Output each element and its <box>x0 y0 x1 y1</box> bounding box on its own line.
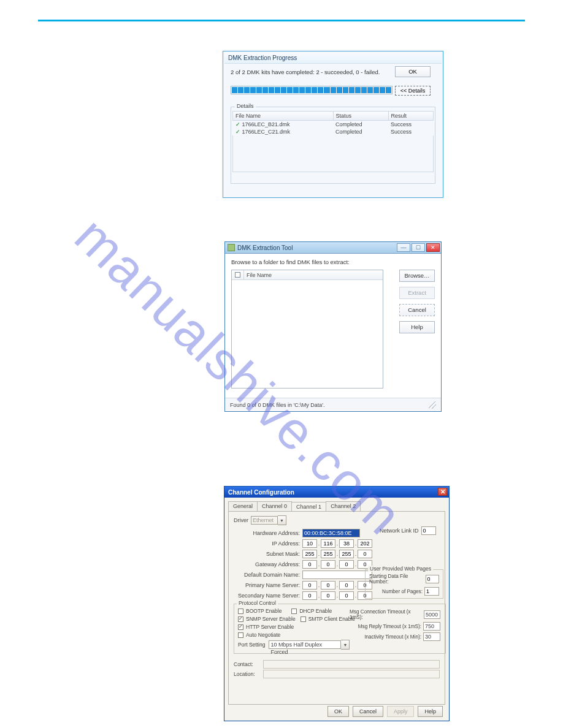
ip-octet[interactable]: 10 <box>302 539 317 548</box>
cancel-button[interactable]: Cancel <box>399 304 435 316</box>
browse-button[interactable]: Browse… <box>399 270 435 282</box>
bootp-checkbox[interactable] <box>238 609 243 614</box>
auto-negotiate-label: Auto Negotiate <box>246 632 280 638</box>
browse-prompt: Browse to a folder to find DMK files to … <box>231 259 435 265</box>
check-icon: ✓ <box>236 129 240 135</box>
col-result: Result <box>388 112 433 121</box>
domain-field[interactable] <box>302 571 372 579</box>
ip-octet[interactable]: 255 <box>321 550 335 558</box>
dhcp-checkbox[interactable] <box>291 609 297 614</box>
msgconn-label: Msg Connection Timeout (x 1mS): <box>350 609 422 620</box>
help-button[interactable]: Help <box>399 321 435 333</box>
ip-octet[interactable]: 0 <box>321 591 335 600</box>
tab-channel-0[interactable]: Channel 0 <box>257 501 292 511</box>
hw-address-label: Hardware Address: <box>234 530 300 536</box>
dmk-tool-titlebar: DMK Extraction Tool — ☐ ✕ <box>225 242 441 254</box>
cell-result: Success <box>388 128 433 135</box>
cell-filename: 1766LEC_B21.dmk <box>242 121 290 127</box>
extract-button[interactable]: Extract <box>399 287 435 299</box>
ok-button[interactable]: OK <box>395 66 431 77</box>
table-row: ✓1766LEC_C21.dmk Completed Success <box>233 128 434 135</box>
location-field[interactable] <box>263 670 440 678</box>
tab-general[interactable]: General <box>228 501 258 511</box>
snmp-server-label: SNMP Server Enable <box>246 616 296 622</box>
inact-label: Inactivity Timeout (x Min): <box>364 634 421 640</box>
contact-field[interactable] <box>263 660 440 669</box>
startfile-field[interactable]: 0 <box>426 575 439 583</box>
user-pages-legend: User Provided Web Pages <box>368 566 433 572</box>
smtp-client-checkbox[interactable] <box>301 616 306 622</box>
close-button[interactable]: ✕ <box>438 488 447 496</box>
details-table: File Name Status Result ✓1766LEC_B21.dmk… <box>232 111 434 135</box>
channel-config-dialog: Channel Configuration ✕ General Channel … <box>224 486 450 721</box>
dmk-progress-message: 2 of 2 DMK kits have completed: 2 - succ… <box>231 69 380 75</box>
auto-negotiate-checkbox[interactable] <box>238 632 243 638</box>
table-row: ✓1766LEC_B21.dmk Completed Success <box>233 121 434 129</box>
ip-octet[interactable]: 0 <box>358 550 372 558</box>
ip-octet[interactable]: 0 <box>339 560 354 569</box>
netlink-field[interactable]: 0 <box>421 526 436 535</box>
ip-octet[interactable]: 255 <box>302 550 317 558</box>
ip-octet[interactable]: 255 <box>339 550 354 558</box>
help-button[interactable]: Help <box>418 706 443 717</box>
select-all-checkbox[interactable] <box>232 270 244 279</box>
minimize-button[interactable]: — <box>397 243 410 252</box>
ip-address-label: IP Address: <box>234 540 300 547</box>
inact-field[interactable]: 30 <box>423 632 440 641</box>
ip-octet[interactable]: 0 <box>302 581 317 590</box>
port-setting-combo[interactable]: 10 Mbps Half Duplex Forced ▼ <box>269 640 350 650</box>
progress-bar <box>231 86 393 94</box>
location-label: Location: <box>234 671 261 677</box>
protocol-control-group: Protocol Control BOOTP Enable DHCP Enabl… <box>234 604 446 654</box>
col-filename: File Name <box>244 272 383 278</box>
subnet-field[interactable]: 255. 255. 255. 0 <box>302 550 372 558</box>
ip-octet[interactable]: 0 <box>321 581 335 590</box>
apply-button[interactable]: Apply <box>387 706 415 717</box>
sdns-field[interactable]: 0. 0. 0. 0 <box>302 591 372 600</box>
col-status: Status <box>333 112 388 121</box>
ip-octet[interactable]: 0 <box>339 591 354 600</box>
gateway-field[interactable]: 0. 0. 0. 0 <box>302 560 372 569</box>
ip-octet[interactable]: 38 <box>339 539 354 548</box>
channel-1-tabpage: Driver Ethernet ▼ Hardware Address: 00:0… <box>228 511 445 705</box>
resize-grip-icon[interactable] <box>429 401 436 409</box>
app-icon <box>228 244 235 251</box>
ip-octet[interactable]: 116 <box>321 539 335 548</box>
tab-channel-1[interactable]: Channel 1 <box>291 502 326 512</box>
msgreply-field[interactable]: 750 <box>423 622 440 631</box>
subnet-label: Subnet Mask: <box>234 551 300 557</box>
user-pages-group: User Provided Web Pages Starting Data Fi… <box>365 569 443 599</box>
details-legend: Details <box>235 103 256 109</box>
maximize-button[interactable]: ☐ <box>412 243 425 252</box>
ip-octet[interactable]: 202 <box>358 539 372 548</box>
pdns-field[interactable]: 0. 0. 0. 0 <box>302 581 372 590</box>
snmp-server-checkbox[interactable] <box>238 616 243 622</box>
dmk-progress-titlebar: DMK Extraction Progress <box>224 53 442 64</box>
msgconn-field[interactable]: 5000 <box>424 610 440 619</box>
ip-octet[interactable]: 0 <box>321 560 335 569</box>
close-button[interactable]: ✕ <box>426 243 440 252</box>
ip-octet[interactable]: 0 <box>339 581 354 590</box>
cell-filename: 1766LEC_C21.dmk <box>242 129 291 135</box>
ip-octet[interactable]: 0 <box>302 560 317 569</box>
file-list[interactable]: File Name <box>231 270 383 389</box>
http-server-label: HTTP Server Enable <box>246 624 294 630</box>
numpages-label: Number of Pages: <box>382 589 423 594</box>
driver-combo[interactable]: Ethernet ▼ <box>251 515 286 525</box>
http-server-checkbox[interactable] <box>238 624 243 630</box>
numpages-field[interactable]: 1 <box>424 587 439 596</box>
tab-channel-2[interactable]: Channel 2 <box>326 501 361 511</box>
pdns-label: Primary Name Server: <box>234 582 300 588</box>
chevron-down-icon[interactable]: ▼ <box>278 515 286 525</box>
hw-address-field[interactable]: 00:00:BC:3C:58:0E <box>302 529 360 537</box>
smtp-client-label: SMTP Client Enable <box>308 616 355 622</box>
chevron-down-icon[interactable]: ▼ <box>341 640 350 650</box>
details-toggle-button[interactable]: << Details <box>395 86 431 96</box>
ok-button[interactable]: OK <box>327 706 349 717</box>
ip-octet[interactable]: 0 <box>302 591 317 600</box>
ip-address-field[interactable]: 10. 116. 38. 202 <box>302 539 372 548</box>
msgreply-label: Msg Reply Timeout (x 1mS): <box>358 624 421 629</box>
cancel-button[interactable]: Cancel <box>353 706 383 717</box>
col-filename: File Name <box>233 112 334 121</box>
dmk-progress-dialog: DMK Extraction Progress 2 of 2 DMK kits … <box>223 51 443 198</box>
